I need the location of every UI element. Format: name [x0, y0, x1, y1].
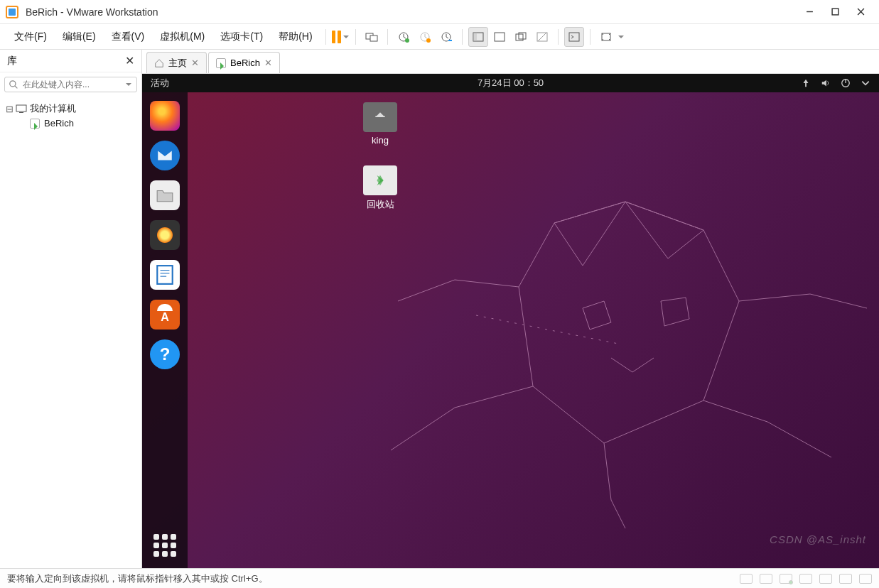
desktop-folder-label: king	[355, 135, 405, 146]
svg-rect-14	[516, 34, 523, 40]
menu-edit[interactable]: 编辑(E)	[55, 28, 103, 46]
snapshot-manage-button[interactable]	[436, 27, 456, 47]
tab-home-close[interactable]: ✕	[191, 58, 199, 68]
dock-show-apps[interactable]	[153, 534, 176, 557]
computer-icon	[16, 104, 27, 114]
status-usb-icon[interactable]	[799, 574, 812, 584]
dock-rhythmbox[interactable]	[150, 220, 180, 250]
library-search-input[interactable]	[23, 80, 121, 89]
svg-point-9	[426, 38, 431, 43]
desktop-folder-king[interactable]: king	[355, 102, 405, 146]
folder-icon	[363, 102, 397, 132]
svg-line-33	[476, 315, 618, 344]
library-title: 库	[7, 55, 17, 67]
maximize-button[interactable]	[822, 2, 848, 22]
library-close-button[interactable]: ✕	[125, 54, 134, 67]
status-cd-icon[interactable]	[760, 574, 772, 584]
ubuntu-dock: A ?	[142, 92, 188, 568]
dock-firefox[interactable]	[150, 101, 180, 131]
main-area: 主页 ✕ BeRich ✕ 活动 7月24日 00：50	[142, 50, 879, 568]
tabbar: 主页 ✕ BeRich ✕	[142, 50, 879, 74]
dock-files[interactable]	[150, 180, 180, 210]
status-printer-icon[interactable]	[839, 574, 852, 584]
svg-rect-22	[16, 105, 26, 111]
chevron-down-icon[interactable]	[861, 78, 870, 88]
svg-rect-1	[832, 9, 838, 15]
tab-vm-close[interactable]: ✕	[264, 58, 272, 68]
menu-help[interactable]: 帮助(H)	[271, 28, 319, 46]
view-console-button[interactable]	[490, 27, 509, 47]
svg-marker-35	[661, 298, 689, 326]
volume-icon[interactable]	[821, 78, 831, 88]
send-ctrl-alt-del-button[interactable]	[362, 27, 382, 47]
dock-libreoffice-writer[interactable]	[150, 260, 180, 290]
tree-vm-berich[interactable]: BeRich	[30, 116, 139, 130]
home-icon	[154, 58, 164, 68]
separator	[462, 29, 463, 45]
close-button[interactable]	[848, 2, 873, 22]
ubuntu-topbar: 活动 7月24日 00：50	[142, 74, 879, 92]
svg-marker-34	[583, 301, 611, 330]
network-icon[interactable]	[801, 78, 811, 88]
vm-running-icon	[216, 58, 226, 68]
separator	[590, 29, 591, 45]
svg-rect-15	[519, 33, 526, 39]
search-icon	[9, 80, 18, 89]
collapse-icon[interactable]: ⊟	[6, 104, 13, 114]
svg-marker-30	[519, 202, 739, 443]
console-view-button[interactable]	[564, 27, 584, 47]
menu-file[interactable]: 文件(F)	[7, 28, 54, 46]
status-disk-icon[interactable]	[740, 574, 753, 584]
snapshot-revert-button[interactable]	[415, 27, 435, 47]
tree-root-mycomputer[interactable]: ⊟ 我的计算机	[3, 101, 139, 116]
pause-button[interactable]	[332, 31, 341, 43]
tree-vm-label: BeRich	[44, 118, 74, 129]
status-display-icon[interactable]	[859, 574, 872, 584]
library-search[interactable]	[4, 77, 137, 92]
svg-marker-32	[625, 202, 703, 258]
view-single-button[interactable]	[468, 27, 488, 47]
vm-console[interactable]: 活动 7月24日 00：50 A ?	[142, 74, 879, 568]
ubuntu-datetime[interactable]: 7月24日 00：50	[478, 77, 544, 89]
separator	[325, 29, 326, 45]
separator	[355, 29, 356, 45]
power-icon[interactable]	[841, 78, 851, 88]
pause-dropdown[interactable]	[343, 33, 350, 40]
status-net-icon[interactable]	[780, 574, 792, 584]
minimize-button[interactable]	[797, 2, 822, 22]
fullscreen-button[interactable]	[596, 27, 616, 47]
dock-thunderbird[interactable]	[150, 141, 180, 170]
fullscreen-dropdown[interactable]	[618, 33, 625, 40]
ubuntu-activities[interactable]: 活动	[151, 77, 169, 89]
tab-home-label: 主页	[168, 57, 187, 70]
tab-vm-label: BeRich	[230, 58, 260, 68]
library-tree: ⊟ 我的计算机 BeRich	[0, 97, 141, 134]
vm-running-icon	[30, 119, 40, 129]
svg-rect-5	[370, 36, 377, 41]
menu-view[interactable]: 查看(V)	[104, 28, 152, 46]
svg-point-7	[405, 38, 409, 43]
menubar: 文件(F) 编辑(E) 查看(V) 虚拟机(M) 选项卡(T) 帮助(H)	[0, 24, 879, 50]
snapshot-take-button[interactable]	[394, 27, 414, 47]
window-titlebar: BeRich - VMware Workstation	[0, 0, 879, 24]
tab-home[interactable]: 主页 ✕	[146, 52, 207, 73]
window-title: BeRich - VMware Workstation	[26, 6, 797, 18]
tree-root-label: 我的计算机	[30, 102, 76, 115]
library-panel: 库 ✕ ⊟ 我的计算机 BeRich	[0, 50, 142, 568]
view-multi-button[interactable]	[511, 27, 531, 47]
status-sound-icon[interactable]	[819, 574, 832, 584]
menu-tabs[interactable]: 选项卡(T)	[213, 28, 270, 46]
dock-software[interactable]: A	[150, 300, 180, 330]
svg-rect-12	[473, 33, 477, 41]
tab-vm-berich[interactable]: BeRich ✕	[208, 52, 280, 73]
status-message: 要将输入定向到该虚拟机，请将鼠标指针移入其中或按 Ctrl+G。	[7, 572, 268, 585]
search-dropdown[interactable]	[125, 81, 132, 88]
svg-point-20	[10, 80, 16, 86]
dock-help[interactable]: ?	[150, 339, 180, 369]
separator	[558, 29, 559, 45]
statusbar: 要将输入定向到该虚拟机，请将鼠标指针移入其中或按 Ctrl+G。	[0, 568, 879, 588]
app-icon	[6, 6, 18, 18]
view-disabled-button[interactable]	[532, 27, 552, 47]
status-device-icons[interactable]	[740, 574, 872, 584]
menu-vm[interactable]: 虚拟机(M)	[153, 28, 212, 46]
